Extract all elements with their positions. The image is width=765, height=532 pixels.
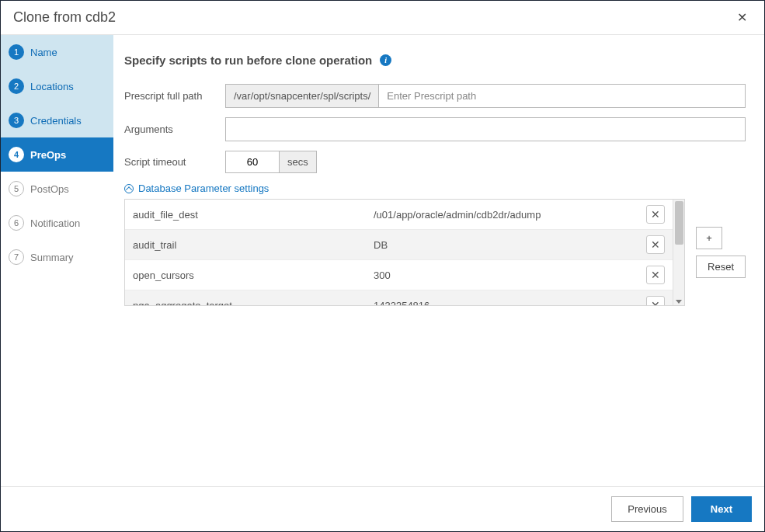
scrollbar[interactable] (673, 200, 684, 305)
step-label: Credentials (30, 115, 82, 127)
step-label: Notification (30, 217, 80, 229)
delete-row-button[interactable]: ✕ (646, 296, 665, 306)
step-label: Summary (30, 252, 74, 263)
wizard-sidebar: 1 Name 2 Locations 3 Credentials 4 PreOp… (1, 35, 113, 486)
table-row[interactable]: open_cursors 300 ✕ (125, 260, 673, 290)
prescript-label: Prescript full path (124, 90, 225, 102)
db-params-table-wrap: audit_file_dest /u01/app/oracle/admin/cd… (124, 199, 685, 306)
delete-row-button[interactable]: ✕ (646, 235, 665, 254)
timeout-group: secs (225, 151, 317, 173)
step-preops[interactable]: 4 PreOps (1, 137, 113, 172)
arguments-input[interactable] (225, 117, 746, 141)
clone-wizard-modal: Clone from cdb2 ✕ 1 Name 2 Locations 3 C… (0, 0, 765, 532)
db-params-header-text: Database Parameter settings (138, 183, 269, 194)
step-summary[interactable]: 7 Summary (1, 240, 113, 274)
timeout-unit: secs (280, 151, 317, 173)
section-title: Specify scripts to run before clone oper… (124, 54, 746, 67)
param-key: audit_file_dest (125, 200, 366, 230)
step-number-icon: 1 (9, 44, 24, 60)
step-number-icon: 4 (9, 147, 24, 162)
add-param-button[interactable]: + (696, 227, 722, 249)
db-params-toggle[interactable]: Database Parameter settings (124, 183, 746, 194)
chevron-up-icon (124, 184, 134, 193)
step-label: Locations (30, 81, 74, 92)
param-value: /u01/app/oracle/admin/cdb2dr/adump (366, 200, 638, 230)
info-icon[interactable]: i (380, 54, 391, 66)
db-params-side-controls: + Reset (696, 199, 746, 278)
delete-row-button[interactable]: ✕ (646, 205, 665, 224)
modal-title: Clone from cdb2 (13, 9, 116, 26)
param-value: 300 (366, 260, 638, 290)
db-params-table: audit_file_dest /u01/app/oracle/admin/cd… (125, 200, 673, 306)
prescript-prefix: /var/opt/snapcenter/spl/scripts/ (226, 85, 379, 107)
reset-params-button[interactable]: Reset (696, 256, 746, 278)
timeout-row: Script timeout secs (124, 151, 746, 173)
step-label: PreOps (30, 149, 66, 161)
modal-header: Clone from cdb2 ✕ (1, 1, 764, 35)
table-row[interactable]: pga_aggregate_target 1432354816 ✕ (125, 290, 673, 307)
param-key: pga_aggregate_target (125, 290, 366, 307)
scroll-down-icon[interactable] (676, 300, 682, 304)
step-label: PostOps (30, 183, 69, 195)
step-label: Name (30, 47, 57, 58)
modal-body: 1 Name 2 Locations 3 Credentials 4 PreOp… (1, 35, 764, 486)
prescript-group: /var/opt/snapcenter/spl/scripts/ (225, 84, 746, 108)
step-number-icon: 2 (9, 78, 24, 94)
scroll-thumb[interactable] (675, 201, 683, 245)
step-credentials[interactable]: 3 Credentials (1, 103, 113, 137)
arguments-label: Arguments (124, 123, 225, 135)
step-number-icon: 3 (9, 113, 24, 128)
step-postops[interactable]: 5 PostOps (1, 172, 113, 206)
param-key: open_cursors (125, 260, 366, 290)
param-value: 1432354816 (366, 290, 638, 307)
step-number-icon: 5 (9, 181, 24, 196)
db-params-area: audit_file_dest /u01/app/oracle/admin/cd… (124, 199, 746, 306)
timeout-label: Script timeout (124, 156, 225, 168)
prescript-input[interactable] (379, 85, 745, 107)
step-locations[interactable]: 2 Locations (1, 69, 113, 103)
prescript-row: Prescript full path /var/opt/snapcenter/… (124, 84, 746, 108)
next-button[interactable]: Next (691, 496, 752, 522)
table-row[interactable]: audit_file_dest /u01/app/oracle/admin/cd… (125, 200, 673, 230)
timeout-input[interactable] (225, 151, 280, 173)
param-key: audit_trail (125, 230, 366, 260)
step-number-icon: 7 (9, 249, 24, 265)
section-title-text: Specify scripts to run before clone oper… (124, 54, 372, 67)
close-icon[interactable]: ✕ (732, 9, 752, 26)
main-panel: Specify scripts to run before clone oper… (113, 35, 764, 486)
step-notification[interactable]: 6 Notification (1, 206, 113, 240)
param-value: DB (366, 230, 638, 260)
previous-button[interactable]: Previous (611, 496, 683, 522)
delete-row-button[interactable]: ✕ (646, 266, 665, 284)
modal-footer: Previous Next (1, 486, 764, 531)
table-row[interactable]: audit_trail DB ✕ (125, 230, 673, 260)
step-name[interactable]: 1 Name (1, 35, 113, 69)
step-number-icon: 6 (9, 215, 24, 231)
arguments-row: Arguments (124, 117, 746, 141)
